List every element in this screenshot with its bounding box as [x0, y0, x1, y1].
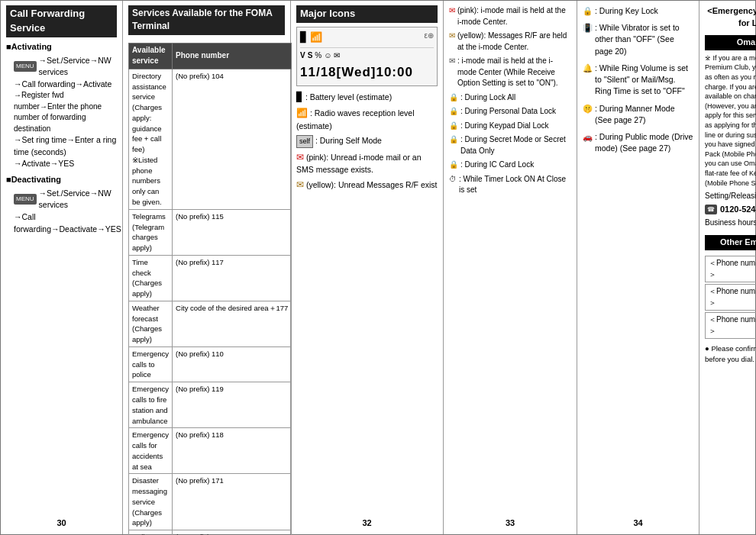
col5-icon-2: 🔔	[583, 63, 593, 74]
other-emergency-label: Other Emergency Calls	[705, 235, 756, 250]
service-phone-8: (No prefix) 106	[173, 530, 292, 535]
phone-rows: ＜Phone number： ＞＜Phone number： ＞＜Phone n…	[705, 256, 756, 340]
phone-row-0: ＜Phone number： ＞	[705, 256, 756, 282]
icon-row2: V S % ☺ ✉	[300, 50, 434, 62]
col1-activating-label: ■Activating	[6, 41, 117, 53]
col5-label-2: : While Ring Volume is set to "Silent" o…	[595, 63, 693, 98]
phone-number: 0120-524-360	[720, 204, 756, 216]
service-row-1: Telegrams (Telegram charges apply)(No pr…	[129, 209, 292, 255]
service-phone-2: (No prefix) 117	[173, 255, 292, 301]
yellow-icon: ✉	[296, 179, 304, 190]
col4-item-1: ✉(yellow): Messages R/F are held at the …	[449, 31, 571, 53]
col1-deactivating-label: ■Deactivating	[6, 174, 117, 186]
col3-title: Major Icons	[296, 5, 438, 23]
business-hours: Business hours: 24 hours	[705, 218, 756, 229]
col4-label-1: (yellow): Messages R/F are held at the i…	[457, 31, 571, 53]
phone-number-row: ☎ 0120-524-360	[705, 204, 756, 216]
icon-desc-radio: 📶 : Radio waves reception level (estimat…	[296, 107, 438, 132]
omakase-label: Omakase Lock	[705, 35, 756, 50]
icon-desc-battery: ▊ : Battery level (estimate)	[296, 91, 438, 104]
service-name-6: Emergency calls for accidents at sea	[129, 428, 173, 474]
service-phone-1: (No prefix) 115	[173, 209, 292, 255]
col5-label-3: : During Manner Mode (See page 27)	[595, 103, 693, 126]
self-desc: : During Self Mode	[315, 136, 382, 145]
menu-icon: MENU	[14, 61, 37, 72]
th-service: Available service	[129, 43, 173, 69]
service-row-8: Collect calls (Charges apply: guidance f…	[129, 530, 292, 535]
signal-icon: 📶	[310, 31, 322, 45]
col4-label-6: : During Secret Mode or Secret Data Only	[460, 134, 571, 156]
col4-label-8: : While Timer Lock ON At Close is set	[459, 174, 571, 196]
service-name-3: Weather forecast (Charges apply)	[129, 301, 173, 346]
service-phone-0: (No prefix) 104	[173, 69, 292, 209]
service-row-4: Emergency calls to police(No prefix) 110	[129, 346, 292, 382]
col4-item-6: 🔒: During Secret Mode or Secret Data Onl…	[449, 134, 571, 156]
col4-item-2: ✉: i-mode mail is held at the i-mode Cen…	[449, 56, 571, 89]
col3-major-icons: Major Icons ▊ 📶 ε⊕ V S % ☺ ✉ 11/18[Wed]1…	[291, 1, 444, 534]
battery-icon-small: ▊	[296, 92, 303, 102]
envelope-icon: ✉	[334, 50, 340, 62]
col5-item-4: 🚗: During Public mode (Drive mode) (See …	[583, 131, 693, 154]
col1-page: 30	[6, 514, 117, 530]
col4-icon-3: 🔒	[449, 92, 458, 104]
col5-item-0: 🔒: During Key Lock	[583, 5, 693, 17]
yellow-desc: (yellow): Unread Messages R/F exist	[306, 180, 438, 189]
col1-dstep1: →Set./Service→NW services	[39, 188, 117, 211]
service-table: Available service Phone number Directory…	[128, 43, 292, 535]
col4-item-7: 🔒: During IC Card Lock	[449, 160, 571, 171]
service-phone-3: City code of the desired area＋177	[173, 301, 292, 346]
col1-step5: →Activate→YES	[14, 158, 117, 169]
icon-right-top: ε⊕	[425, 31, 434, 45]
icon-battery-signal: ▊ 📶	[300, 31, 322, 45]
service-phone-4: (No prefix) 110	[173, 346, 292, 382]
confirm-note: ● Please confirm the phone number before…	[705, 343, 756, 365]
service-row-0: Directory assistance service (Charges ap…	[129, 69, 292, 209]
service-phone-7: (No prefix) 171	[173, 474, 292, 530]
service-name-8: Collect calls (Charges apply: guidance f…	[129, 530, 173, 535]
col4-label-2: : i-mode mail is held at the i-mode Cent…	[457, 56, 571, 89]
col3-page: 32	[296, 514, 438, 530]
col4-icon-8: ⏱	[449, 174, 457, 185]
icon-desc-self: self : During Self Mode	[296, 135, 438, 148]
service-name-5: Emergency calls to fire station and ambu…	[129, 382, 173, 428]
col2-services: Services Available for the FOMA Terminal…	[123, 1, 291, 534]
col4-page: 33	[449, 514, 571, 530]
service-name-0: Directory assistance service (Charges ap…	[129, 69, 173, 209]
service-name-1: Telegrams (Telegram charges apply)	[129, 209, 173, 255]
service-phone-5: (No prefix) 119	[173, 382, 292, 428]
smiley-icon: ☺	[324, 50, 331, 62]
col4-icon-0: ✉	[449, 5, 455, 17]
menu-icon2: MENU	[14, 194, 37, 205]
service-name-7: Disaster messaging service (Charges appl…	[129, 474, 173, 530]
service-name-4: Emergency calls to police	[129, 346, 173, 382]
col1-dstep1-wrap: MENU →Set./Service→NW services	[14, 188, 117, 211]
col4-items-container: ✉(pink): i-mode mail is held at the i-mo…	[449, 5, 571, 199]
col4-icons: ✉(pink): i-mode mail is held at the i-mo…	[444, 1, 577, 534]
col4-label-7: : During IC Card Lock	[460, 160, 534, 171]
pink-desc: (pink): Unread i-mode mail or an SMS mes…	[296, 153, 421, 174]
phone-row-2: ＜Phone number： ＞	[705, 312, 756, 339]
col4-label-5: : During Keypad Dial Lock	[460, 121, 549, 132]
service-phone-6: (No prefix) 118	[173, 428, 292, 474]
v-icon: V	[300, 50, 305, 62]
col5-label-1: : While Vibrator is set to other than "O…	[595, 22, 693, 57]
col6-page: 35	[705, 514, 756, 530]
col5-item-3: 🤫: During Manner Mode (See page 27)	[583, 103, 693, 126]
col1-title: Call Forwarding Service	[6, 5, 117, 37]
col1-step3: →Register fwd number→Enter the phone num…	[14, 90, 117, 134]
col4-icon-1: ✉	[449, 31, 455, 42]
col4-label-3: : During Lock All	[460, 92, 515, 104]
service-name-2: Time check (Charges apply)	[129, 255, 173, 301]
setting-label: Setting/Releasing Omakase Lock	[705, 191, 756, 202]
col5-items-container: 🔒: During Key Lock📳: While Vibrator is s…	[583, 5, 693, 160]
service-row-7: Disaster messaging service (Charges appl…	[129, 474, 292, 530]
radio-icon-small: 📶	[296, 108, 308, 118]
col4-item-3: 🔒: During Lock All	[449, 92, 571, 104]
col5-label-4: : During Public mode (Drive mode) (See p…	[595, 131, 693, 154]
col6-emergency: <Emergency Contact Number for Loss Etc.>…	[699, 1, 756, 534]
col5-item-1: 📳: While Vibrator is set to other than "…	[583, 22, 693, 57]
col1-dstep2: →Call forwarding→Deactivate→YES	[14, 211, 117, 234]
omakase-text: ※ If you are a member of the DOCOMO Prem…	[705, 53, 756, 188]
col4-item-0: ✉(pink): i-mode mail is held at the i-mo…	[449, 5, 571, 27]
pink-icon: ✉	[296, 152, 304, 163]
